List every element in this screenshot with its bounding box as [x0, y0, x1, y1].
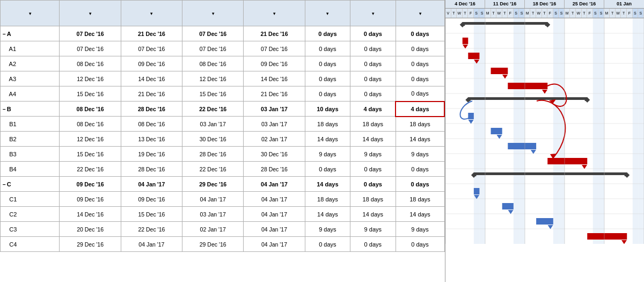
svg-rect-7 [598, 18, 604, 244]
col-header-late-finish[interactable]: ▾ [244, 1, 305, 26]
day-cell-15: T [530, 9, 536, 18]
task-name-a4: A4 [1, 86, 60, 102]
day-cell-26: S [593, 9, 599, 18]
table-row-c4: C429 Dec '1604 Jan '1729 Dec '1604 Jan '… [1, 237, 445, 252]
day-cell-11: F [508, 9, 514, 18]
day-cell-19: S [553, 9, 559, 18]
day-cell-31: T [621, 9, 627, 18]
svg-marker-31 [463, 45, 468, 49]
day-cell-29: T [610, 9, 616, 18]
task-name-b1: B1 [1, 117, 60, 132]
table-row-a2: A208 Dec '1609 Dec '1608 Dec '1609 Dec '… [1, 56, 445, 71]
svg-rect-5 [559, 18, 565, 244]
table-row-c3: C320 Dec '1622 Dec '1602 Jan '1704 Jan '… [1, 222, 445, 237]
sort-arrow-start-slack[interactable]: ▾ [326, 11, 328, 16]
day-cell-18: F [547, 9, 553, 18]
week-1: 4 Dec '16 [445, 0, 485, 8]
svg-rect-51 [474, 172, 627, 175]
day-cell-6: S [479, 9, 485, 18]
table-row-c2: C214 Dec '1615 Dec '1603 Jan '1704 Jan '… [1, 207, 445, 222]
collapse-icon[interactable]: − [3, 31, 6, 37]
svg-rect-47 [508, 143, 536, 149]
collapse-icon[interactable]: − [3, 106, 6, 112]
sort-arrow-total-slack[interactable]: ▾ [419, 11, 421, 16]
day-cell-28: M [604, 9, 610, 18]
col-header-early-finish[interactable]: ▾ [121, 1, 182, 26]
day-cell-4: F [468, 9, 474, 18]
svg-rect-45 [491, 128, 502, 134]
col-header-finish-slack[interactable]: ▾ [350, 1, 396, 26]
table-section: ▾ ▾ ▾ ▾ ▾ [0, 0, 445, 282]
day-cell-5: S [474, 9, 480, 18]
task-name-b: −B [1, 102, 60, 117]
svg-marker-59 [508, 210, 514, 214]
svg-rect-2 [514, 18, 519, 244]
table-row-b3: B315 Dec '1619 Dec '1628 Dec '1630 Dec '… [1, 147, 445, 162]
col-header-task[interactable]: ▾ [1, 1, 60, 26]
sort-arrow-task[interactable]: ▾ [29, 11, 31, 16]
table-row-c1: C109 Dec '1609 Dec '1604 Jan '1704 Jan '… [1, 192, 445, 207]
day-cell-16: W [536, 9, 542, 18]
day-cell-20: S [559, 9, 565, 18]
sort-arrow-finish-slack[interactable]: ▾ [372, 11, 374, 16]
table-row-c: −C09 Dec '1604 Jan '1729 Dec '1604 Jan '… [1, 177, 445, 192]
week-2: 11 Dec '16 [485, 0, 525, 8]
table-row-a1: A107 Dec '1607 Dec '1607 Dec '1607 Dec '… [1, 41, 445, 56]
svg-rect-30 [463, 38, 469, 44]
svg-rect-34 [491, 68, 508, 74]
task-name-a1: A1 [1, 41, 60, 56]
svg-rect-49 [547, 158, 587, 164]
gantt-day-header: VTWTFSSMTWTFSSMTWTFSSMTWTFSSMTWTFSS [445, 9, 644, 18]
collapse-icon[interactable]: − [3, 182, 6, 187]
svg-rect-0 [474, 18, 480, 244]
svg-rect-3 [519, 18, 525, 244]
day-cell-25: F [587, 9, 593, 18]
table-row-b1: B108 Dec '1608 Dec '1603 Jan '1703 Jan '… [1, 117, 445, 132]
day-cell-8: T [491, 9, 497, 18]
sort-arrow-late-finish[interactable]: ▾ [273, 11, 275, 16]
day-cell-24: T [582, 9, 588, 18]
svg-rect-62 [587, 233, 627, 240]
col-header-total-slack[interactable]: ▾ [396, 1, 444, 26]
task-name-b3: B3 [1, 147, 60, 162]
day-cell-33: S [633, 9, 639, 18]
day-cell-27: S [598, 9, 604, 18]
task-name-b4: B4 [1, 162, 60, 177]
sort-arrow-early-finish[interactable]: ▾ [150, 11, 152, 16]
col-header-start-slack[interactable]: ▾ [305, 1, 350, 26]
sort-arrow-late-start[interactable]: ▾ [212, 11, 214, 16]
table-row-a: −A07 Dec '1621 Dec '1607 Dec '1621 Dec '… [1, 26, 445, 41]
day-cell-30: W [616, 9, 621, 18]
col-header-early-start[interactable]: ▾ [60, 1, 121, 26]
week-5: 01 Jan [604, 0, 644, 8]
week-4: 25 Dec '16 [565, 0, 604, 8]
day-cell-2: W [457, 9, 463, 18]
svg-marker-35 [502, 75, 508, 79]
table-row-a4: A415 Dec '1621 Dec '1615 Dec '1621 Dec '… [1, 86, 445, 102]
task-name-c2: C2 [1, 207, 60, 222]
day-cell-17: T [542, 9, 548, 18]
col-header-late-start[interactable]: ▾ [182, 1, 244, 26]
gantt-chart [445, 18, 644, 244]
svg-rect-8 [633, 18, 639, 244]
task-name-c1: C1 [1, 192, 60, 207]
gantt-table: ▾ ▾ ▾ ▾ ▾ [0, 0, 445, 252]
task-name-a: −A [1, 26, 60, 41]
day-cell-13: S [519, 9, 525, 18]
svg-rect-1 [479, 18, 485, 244]
svg-rect-38 [468, 97, 587, 100]
gantt-week-header: 4 Dec '16 11 Dec '16 18 Dec '16 25 Dec '… [445, 0, 644, 9]
svg-marker-44 [469, 120, 474, 124]
gantt-section: 4 Dec '16 11 Dec '16 18 Dec '16 25 Dec '… [445, 0, 644, 282]
svg-rect-56 [474, 188, 480, 194]
sort-arrow-early-start[interactable]: ▾ [89, 11, 91, 16]
gantt-rows-container [445, 18, 644, 244]
svg-marker-63 [621, 240, 627, 244]
svg-rect-6 [593, 18, 599, 244]
main-container: ▾ ▾ ▾ ▾ ▾ [0, 0, 644, 282]
svg-rect-60 [536, 218, 553, 225]
table-row-b2: B212 Dec '1613 Dec '1630 Dec '1602 Jan '… [1, 132, 445, 147]
svg-rect-25 [463, 22, 548, 25]
svg-rect-9 [638, 18, 644, 244]
task-name-c3: C3 [1, 222, 60, 237]
